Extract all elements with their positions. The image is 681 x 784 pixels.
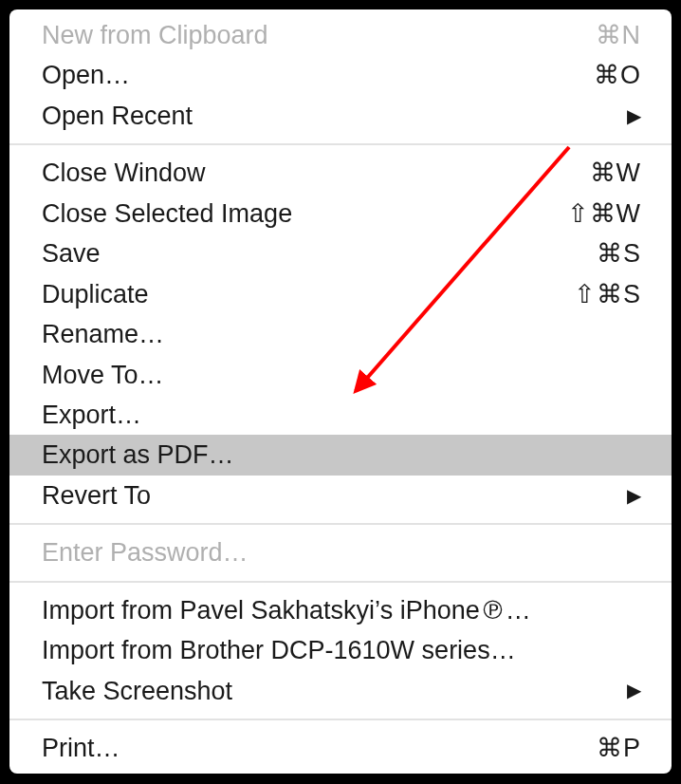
menu-item-label: Revert To xyxy=(42,478,151,513)
menu-item-move-to[interactable]: Move To… xyxy=(9,355,672,395)
submenu-arrow-icon: ▶ xyxy=(627,483,641,509)
menu-item-shortcut: ⇧⌘S xyxy=(574,277,641,311)
menu-item-print[interactable]: Print…⌘P xyxy=(9,728,672,768)
menu-item-shortcut: ⌘S xyxy=(597,236,641,271)
menu-item-label: Duplicate xyxy=(42,277,149,311)
menu-item-label: Move To… xyxy=(42,358,164,392)
menu-item-label: Close Window xyxy=(42,156,206,190)
menu-item-export-as-pdf[interactable]: Export as PDF… xyxy=(9,435,672,475)
menu-item-new-from-clipboard: New from Clipboard⌘N xyxy=(9,15,672,55)
menu-item-label: Import from Pavel Sakhatskyi’s iPhone℗… xyxy=(42,593,531,627)
submenu-arrow-icon: ▶ xyxy=(627,678,641,703)
menu-item-revert-to[interactable]: Revert To▶ xyxy=(9,476,672,515)
menu-item-open[interactable]: Open…⌘O xyxy=(9,55,672,95)
context-menu: New from Clipboard⌘NOpen…⌘OOpen Recent▶C… xyxy=(9,9,672,774)
menu-item-label: Open… xyxy=(42,58,130,92)
menu-item-open-recent[interactable]: Open Recent▶ xyxy=(9,96,672,136)
menu-item-duplicate[interactable]: Duplicate⇧⌘S xyxy=(9,274,672,314)
menu-item-take-screenshot[interactable]: Take Screenshot▶ xyxy=(9,671,672,711)
menu-item-shortcut: ⌘W xyxy=(590,156,641,190)
menu-item-enter-password: Enter Password… xyxy=(9,532,672,572)
menu-separator xyxy=(9,581,672,583)
menu-item-close-selected-image[interactable]: Close Selected Image⇧⌘W xyxy=(9,194,672,233)
menu-item-label: Open Recent xyxy=(42,99,193,133)
menu-item-label: Save xyxy=(42,236,101,271)
menu-item-save[interactable]: Save⌘S xyxy=(9,233,672,273)
menu-separator xyxy=(9,143,672,145)
menu-item-label: Import from Brother DCP-1610W series… xyxy=(42,633,516,667)
submenu-arrow-icon: ▶ xyxy=(627,103,641,129)
menu-item-label: New from Clipboard xyxy=(42,18,268,52)
menu-item-export[interactable]: Export… xyxy=(9,395,672,435)
menu-item-shortcut: ⇧⌘W xyxy=(567,196,641,231)
menu-item-label: Close Selected Image xyxy=(42,196,292,231)
menu-item-label: Enter Password… xyxy=(42,535,248,569)
menu-item-label: Print… xyxy=(42,731,120,765)
menu-item-rename[interactable]: Rename… xyxy=(9,314,672,354)
menu-item-shortcut: ⌘O xyxy=(594,58,641,92)
menu-item-close-window[interactable]: Close Window⌘W xyxy=(9,153,672,193)
menu-item-label: Take Screenshot xyxy=(42,674,232,708)
menu-separator xyxy=(9,523,672,525)
menu-item-label: Export as PDF… xyxy=(42,438,234,472)
menu-item-shortcut: ⌘P xyxy=(597,731,641,765)
menu-item-import-brother[interactable]: Import from Brother DCP-1610W series… xyxy=(9,630,672,670)
menu-item-label: Rename… xyxy=(42,317,164,351)
menu-item-import-iphone[interactable]: Import from Pavel Sakhatskyi’s iPhone℗… xyxy=(9,590,672,630)
menu-item-shortcut: ⌘N xyxy=(596,18,642,52)
menu-separator xyxy=(9,719,672,720)
menu-item-label: Export… xyxy=(42,398,141,432)
